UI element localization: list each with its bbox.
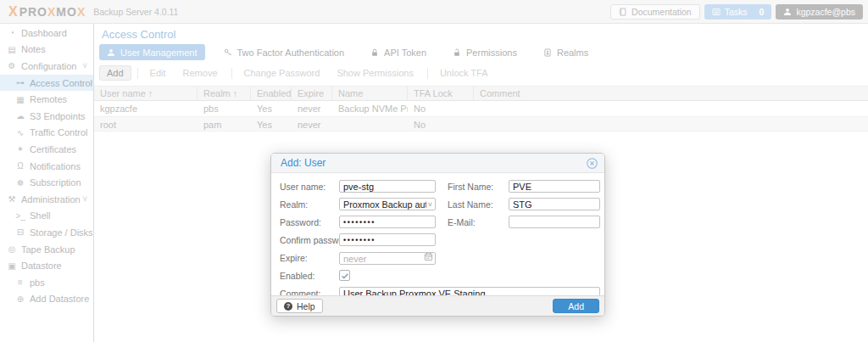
user-name-label: User name: bbox=[280, 182, 339, 192]
table-cell: root bbox=[94, 117, 198, 131]
tape-icon: ◎ bbox=[6, 244, 18, 254]
plus-circle-icon: ⊕ bbox=[14, 294, 26, 304]
sidebar-item-datastore[interactable]: ▣Datastore bbox=[0, 257, 93, 274]
tab-label: Realms bbox=[557, 48, 588, 58]
toolbar-separator bbox=[231, 68, 232, 79]
table-cell: pam bbox=[198, 117, 251, 131]
tab-label: Permissions bbox=[466, 48, 517, 58]
column-header-user-name[interactable]: User name ↑ bbox=[94, 87, 198, 100]
toolbar-separator bbox=[427, 68, 428, 79]
first-name-field[interactable] bbox=[509, 180, 600, 193]
users-table-body: kgpzacfepbsYesneverBackup NVMe ProNoroot… bbox=[94, 101, 868, 132]
sidebar-item-certificates[interactable]: ✶Certificates bbox=[0, 141, 93, 158]
column-header-realm[interactable]: Realm ↑ bbox=[198, 87, 251, 100]
table-cell: Yes bbox=[251, 117, 292, 131]
tasks-button[interactable]: Tasks 0 bbox=[704, 4, 772, 20]
password-label: Password: bbox=[280, 217, 339, 227]
add-user-dialog: Add: User User name: First Name: Realm: … bbox=[270, 153, 605, 317]
tab-label: User Management bbox=[120, 48, 198, 58]
show-permissions-button: Show Permissions bbox=[329, 65, 420, 81]
table-cell: Yes bbox=[251, 101, 292, 116]
table-cell: kgpzacfe bbox=[94, 101, 198, 116]
email-field[interactable] bbox=[509, 216, 600, 228]
column-header-expire[interactable]: Expire bbox=[292, 87, 332, 100]
last-name-field[interactable] bbox=[509, 198, 600, 210]
password-field[interactable] bbox=[339, 216, 436, 228]
tab-realms[interactable]: Realms bbox=[536, 44, 596, 60]
tab-user-management[interactable]: User Management bbox=[99, 44, 205, 60]
table-cell: No bbox=[408, 101, 474, 116]
calendar-icon[interactable] bbox=[424, 252, 433, 261]
documentation-button[interactable]: Documentation bbox=[610, 4, 700, 20]
add-submit-button[interactable]: Add bbox=[553, 299, 599, 313]
proxmox-backup-server-app: X PROXMOX Backup Server 4.0.11 Documenta… bbox=[0, 0, 868, 342]
user-management-toolbar: AddEditRemoveChange PasswordShow Permiss… bbox=[99, 65, 868, 81]
sidebar-item-pbs[interactable]: ≡pbs bbox=[0, 274, 93, 291]
help-button[interactable]: Help bbox=[276, 299, 323, 313]
top-header-bar: X PROXMOX Backup Server 4.0.11 Documenta… bbox=[0, 0, 868, 24]
dashboard-icon: ◔ bbox=[6, 28, 18, 37]
notes-icon: ▤ bbox=[6, 45, 18, 54]
sidebar-item-label: Notifications bbox=[30, 161, 81, 171]
tab-label: Two Factor Authentication bbox=[237, 48, 345, 58]
sidebar-item-remotes[interactable]: ▦Remotes bbox=[0, 91, 93, 108]
chevron-down-icon[interactable]: ˅ bbox=[82, 194, 87, 204]
table-cell: never bbox=[292, 117, 332, 131]
sidebar-item-notes[interactable]: ▤Notes bbox=[0, 42, 93, 59]
sidebar-item-access-control[interactable]: ⊶Access Control bbox=[0, 75, 93, 92]
sidebar-item-label: Datastore bbox=[21, 261, 62, 271]
sidebar-item-notifications[interactable]: ΩNotifications bbox=[0, 158, 93, 175]
enabled-checkbox[interactable] bbox=[339, 270, 350, 281]
sidebar-item-label: Traffic Control bbox=[30, 127, 87, 137]
datastore-icon: ▣ bbox=[6, 261, 18, 271]
expire-field[interactable] bbox=[339, 252, 436, 265]
remove-button: Remove bbox=[175, 65, 225, 81]
column-header-name[interactable]: Name bbox=[332, 87, 408, 100]
expire-label: Expire: bbox=[280, 253, 339, 263]
key-icon bbox=[224, 48, 232, 57]
confirm-password-field[interactable] bbox=[339, 233, 436, 246]
dialog-title: Add: User bbox=[281, 157, 326, 169]
column-header-enabled[interactable]: Enabled bbox=[251, 87, 292, 100]
navigation-sidebar: ◔Dashboard▤Notes⚙Configuration˅⊶Access C… bbox=[0, 24, 94, 342]
tab-api-token[interactable]: API Token bbox=[363, 44, 434, 60]
column-header-tfa-lock[interactable]: TFA Lock bbox=[408, 87, 474, 100]
realm-select[interactable]: Proxmox Backup auther ˅ bbox=[339, 198, 436, 210]
table-row-root[interactable]: rootpamYesneverNo bbox=[94, 116, 868, 132]
edit-button: Edit bbox=[142, 65, 174, 81]
email-label: E-Mail: bbox=[448, 217, 509, 227]
access-control-tabbar: User ManagementTwo Factor Authentication… bbox=[99, 44, 868, 60]
sidebar-item-add-datastore[interactable]: ⊕Add Datastore bbox=[0, 291, 93, 308]
user-name-field[interactable] bbox=[339, 180, 436, 193]
column-header-comment[interactable]: Comment bbox=[474, 87, 868, 100]
chevron-down-icon[interactable]: ˅ bbox=[82, 61, 87, 70]
sidebar-item-subscription[interactable]: ☸Subscription bbox=[0, 174, 93, 191]
user-icon bbox=[107, 48, 115, 57]
table-row-kgpzacfe[interactable]: kgpzacfepbsYesneverBackup NVMe ProNo bbox=[94, 101, 868, 116]
sidebar-item-traffic-control[interactable]: ∿Traffic Control bbox=[0, 125, 93, 142]
table-cell: never bbox=[292, 101, 332, 116]
database-icon: ≡ bbox=[14, 278, 26, 287]
user-menu-button[interactable]: kgpzacfe@pbs bbox=[776, 4, 863, 20]
tab-label: API Token bbox=[384, 48, 426, 58]
sidebar-item-label: Add Datastore bbox=[30, 294, 89, 304]
sidebar-item-s3-endpoints[interactable]: ☁S3 Endpoints bbox=[0, 108, 93, 125]
realm-label: Realm: bbox=[280, 199, 339, 210]
sidebar-item-label: Certificates bbox=[30, 144, 76, 154]
close-icon[interactable] bbox=[587, 158, 598, 169]
sidebar-item-shell[interactable]: >_Shell bbox=[0, 208, 93, 225]
expire-field-wrap bbox=[339, 250, 436, 266]
tab-two-factor-authentication[interactable]: Two Factor Authentication bbox=[216, 44, 353, 60]
add-button[interactable]: Add bbox=[99, 65, 131, 81]
sidebar-item-label: Notes bbox=[21, 44, 46, 54]
sidebar-item-label: Shell bbox=[30, 210, 50, 221]
sidebar-item-dashboard[interactable]: ◔Dashboard bbox=[0, 25, 93, 42]
sidebar-item-tape-backup[interactable]: ◎Tape Backup bbox=[0, 241, 93, 258]
cloud-icon: ☁ bbox=[14, 111, 26, 121]
sidebar-item-configuration[interactable]: ⚙Configuration˅ bbox=[0, 58, 93, 75]
tab-permissions[interactable]: Permissions bbox=[445, 44, 525, 60]
sidebar-item-storage-disks[interactable]: ⊟Storage / Disks bbox=[0, 224, 93, 241]
header-actions: Documentation Tasks 0 kgpzacfe@pbs bbox=[610, 4, 863, 20]
sidebar-item-administration[interactable]: ⚒Administration˅ bbox=[0, 191, 93, 208]
dialog-header[interactable]: Add: User bbox=[271, 154, 604, 173]
